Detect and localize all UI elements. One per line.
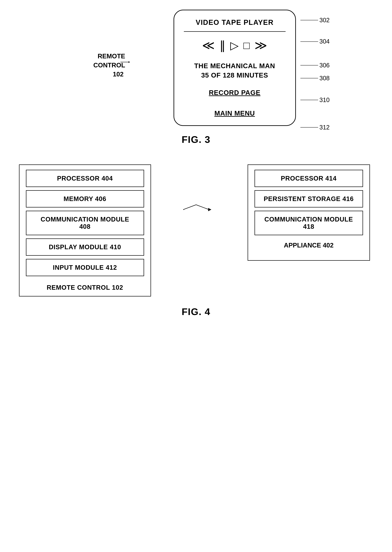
controls-row: ≪ ‖ ▷ □ ≫	[202, 32, 267, 59]
fig4-section: PROCESSOR 404 MEMORY 406 COMMUNICATION M…	[13, 164, 379, 317]
fig4-content: PROCESSOR 404 MEMORY 406 COMMUNICATION M…	[19, 164, 373, 297]
processor-414-box: PROCESSOR 414	[254, 170, 363, 187]
comm-module-408-box: COMMUNICATION MODULE 408	[26, 211, 144, 235]
svg-marker-1	[128, 61, 130, 63]
movie-title: THE MECHANICAL MAN	[194, 62, 275, 70]
memory-406-box: MEMORY 406	[26, 190, 144, 208]
fig3-content: REMOTE CONTROL 102 VIDEO TAPE PLAYER ≪ ‖…	[83, 10, 309, 126]
ref-310: 310	[319, 97, 329, 103]
stop-icon: □	[243, 39, 250, 51]
display-module-410-box: DISPLAY MODULE 410	[26, 239, 144, 256]
persistent-storage-416-box: PERSISTENT STORAGE 416	[254, 190, 363, 208]
appliance-402-label: APPLIANCE 402	[254, 239, 363, 249]
fast-forward-icon: ≫	[254, 38, 267, 52]
svg-line-2	[183, 205, 196, 210]
rc-arrow-icon	[120, 60, 130, 64]
connector-arrow-icon	[183, 203, 215, 216]
ref-line-306	[301, 65, 318, 65]
device-wrapper: VIDEO TAPE PLAYER ≪ ‖ ▷ □ ≫ THE MECHANIC…	[174, 10, 296, 126]
remote-control-label: REMOTE CONTROL 102	[83, 51, 128, 79]
fig3-section: REMOTE CONTROL 102 VIDEO TAPE PLAYER ≪ ‖…	[13, 10, 379, 145]
ref-302: 302	[319, 17, 329, 24]
svg-line-3	[196, 205, 209, 210]
fig3-label: FIG. 3	[182, 134, 210, 145]
ref-line-308	[301, 78, 318, 78]
main-menu-link[interactable]: MAIN MENU	[214, 109, 255, 117]
ref-line-310	[301, 100, 318, 100]
ref-line-312	[301, 127, 318, 128]
remote-control-102-label: REMOTE CONTROL 102	[26, 279, 144, 296]
processor-404-box: PROCESSOR 404	[26, 170, 144, 187]
record-page-link[interactable]: RECORD PAGE	[209, 89, 260, 97]
movie-time: 35 OF 128 MINUTES	[201, 72, 268, 79]
left-device: PROCESSOR 404 MEMORY 406 COMMUNICATION M…	[19, 164, 151, 297]
pause-icon: ‖	[220, 38, 225, 52]
fig3-ref-numbers: 302 304 306 308	[301, 10, 329, 138]
input-module-412-box: INPUT MODULE 412	[26, 259, 144, 276]
device-connector	[183, 203, 215, 216]
comm-module-418-box: COMMUNICATION MODULE 418	[254, 211, 363, 235]
play-icon: ▷	[230, 39, 238, 52]
device-box: VIDEO TAPE PLAYER ≪ ‖ ▷ □ ≫ THE MECHANIC…	[174, 10, 296, 126]
rewind-icon: ≪	[202, 38, 215, 52]
right-device: PROCESSOR 414 PERSISTENT STORAGE 416 COM…	[248, 164, 370, 261]
ref-line-304	[301, 41, 318, 42]
svg-marker-4	[208, 208, 211, 211]
ref-304: 304	[319, 38, 329, 45]
device-title: VIDEO TAPE PLAYER	[184, 18, 286, 32]
fig4-label: FIG. 4	[182, 306, 210, 317]
ref-line-302	[301, 20, 318, 20]
ref-312: 312	[319, 124, 329, 131]
ref-306: 306	[319, 62, 329, 69]
ref-308: 308	[319, 75, 329, 82]
